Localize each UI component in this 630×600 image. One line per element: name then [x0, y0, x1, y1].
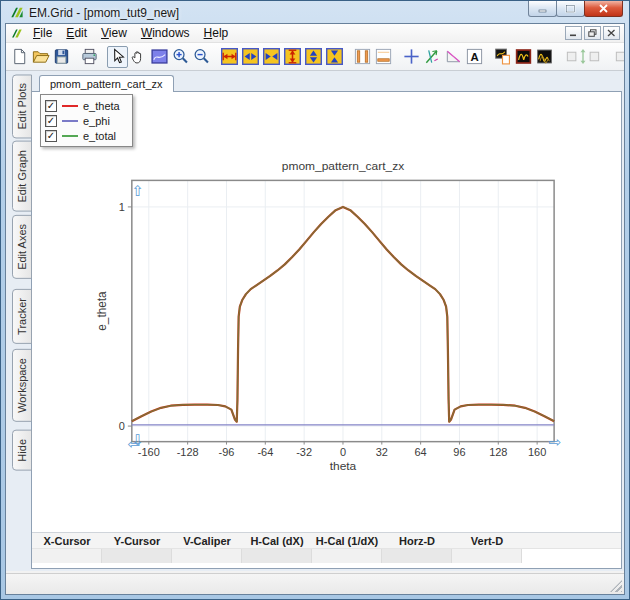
- toolbar-pan-tool[interactable]: [128, 46, 149, 68]
- y-tick-label: 0: [119, 420, 125, 432]
- chart-canvas: ✓e_theta✓e_phi✓e_total pmom_pattern_cart…: [32, 92, 621, 532]
- cursor-table: X-CursorY-CursorV-CaliperH-Cal (dX)H-Cal…: [32, 532, 621, 568]
- legend-item-e-theta: ✓e_theta: [45, 98, 120, 113]
- table-cell-x-cursor: [32, 549, 102, 563]
- toolbar-align-vertical-button: [562, 46, 604, 68]
- legend-line-swatch: [62, 105, 78, 107]
- legend-line-swatch: [62, 135, 78, 137]
- document-wrap: pmom_pattern_cart_zx ✓e_theta✓e_phi✓e_to…: [31, 73, 622, 569]
- table-cell-h-cal-1-dx-: [312, 549, 382, 563]
- minimize-button[interactable]: [528, 1, 557, 17]
- svg-text:A: A: [470, 51, 478, 63]
- sidebar-tab-hide[interactable]: Hide: [12, 430, 32, 471]
- y-tick-label: 1: [119, 201, 125, 213]
- toolbar-axes-tool[interactable]: [422, 46, 443, 68]
- toolbar-expand-y-button[interactable]: [303, 46, 324, 68]
- status-text: [6, 578, 12, 590]
- maximize-button[interactable]: [556, 1, 585, 17]
- toolbar-new-file-button[interactable]: [9, 46, 30, 68]
- chart-title: pmom_pattern_cart_zx: [282, 159, 404, 173]
- toolbar-overlay-plots-button[interactable]: [534, 46, 555, 68]
- toolbar-copy-plot-button[interactable]: [492, 46, 513, 68]
- menu-help[interactable]: Help: [198, 25, 235, 41]
- toolbar-open-file-button[interactable]: [30, 46, 51, 68]
- toolbar-zoom-window-button[interactable]: [149, 46, 170, 68]
- toolbar-zoom-in-button[interactable]: [170, 46, 191, 68]
- document-panel: ✓e_theta✓e_phi✓e_total pmom_pattern_cart…: [31, 91, 622, 569]
- status-bar: [6, 573, 624, 594]
- toolbar-full-scale-x-button[interactable]: [219, 46, 240, 68]
- table-cell-vert-d: [452, 549, 522, 563]
- legend-label: e_total: [83, 130, 116, 142]
- mdi-restore-button[interactable]: [584, 26, 601, 40]
- menu-view[interactable]: View: [95, 25, 133, 41]
- axis-handle-up-icon[interactable]: ⇧: [132, 182, 145, 200]
- chart: pmom_pattern_cart_zxthetae_theta-160-128…: [32, 92, 621, 532]
- menu-file[interactable]: File: [27, 25, 58, 41]
- legend-item-e-phi: ✓e_phi: [45, 113, 120, 128]
- cursor-table-header: X-CursorY-CursorV-CaliperH-Cal (dX)H-Cal…: [32, 533, 621, 549]
- menu-bar: FileEditViewWindowsHelp: [6, 24, 624, 43]
- y-axis-label: e_theta: [95, 291, 109, 331]
- toolbar-slope-tool[interactable]: [443, 46, 464, 68]
- sidebar-tab-edit-plots[interactable]: Edit Plots: [12, 74, 32, 138]
- chart-legend: ✓e_theta✓e_phi✓e_total: [40, 94, 133, 147]
- legend-label: e_phi: [83, 115, 110, 127]
- main-area: Edit PlotsEdit GraphEdit AxesTrackerWork…: [6, 71, 624, 571]
- toolbar-tracker-cross-button[interactable]: [401, 46, 422, 68]
- x-tick-label: 96: [453, 446, 465, 458]
- mdi-minimize-button[interactable]: [565, 26, 582, 40]
- toolbar-shrink-x-button[interactable]: [261, 46, 282, 68]
- menu-edit[interactable]: Edit: [60, 25, 93, 41]
- legend-item-e-total: ✓e_total: [45, 128, 120, 143]
- tab-pmom-pattern-cart-zx[interactable]: pmom_pattern_cart_zx: [39, 75, 174, 92]
- toolbar-shrink-y-button[interactable]: [324, 46, 345, 68]
- mdi-window-buttons: [565, 26, 620, 40]
- toolbar-select-tool[interactable]: [107, 46, 128, 68]
- sidebar-tab-edit-axes[interactable]: Edit Axes: [12, 215, 32, 279]
- toolbar-expand-x-button[interactable]: [240, 46, 261, 68]
- toolbar-print-button[interactable]: [79, 46, 100, 68]
- table-cell-horz-d: [382, 549, 452, 563]
- table-header-h-cal-1-dx-: H-Cal (1/dX): [312, 535, 382, 547]
- legend-checkbox-e-phi[interactable]: ✓: [45, 115, 57, 127]
- toolbar-horizontal-caliper-button[interactable]: [373, 46, 394, 68]
- sidebar-tab-tracker[interactable]: Tracker: [12, 289, 32, 344]
- x-axis-label: theta: [330, 459, 357, 473]
- legend-checkbox-e-theta[interactable]: ✓: [45, 100, 57, 112]
- window-title: EM.Grid - [pmom_tut9_new]: [29, 6, 179, 20]
- toolbar-text-tool[interactable]: A: [464, 46, 485, 68]
- menu-items: FileEditViewWindowsHelp: [27, 25, 234, 41]
- resize-grip[interactable]: [610, 580, 622, 592]
- x-tick-label: 0: [340, 446, 346, 458]
- toolbar-save-file-button[interactable]: [51, 46, 72, 68]
- axis-handle-right-icon[interactable]: ⇨: [549, 433, 562, 451]
- table-header-h-cal-dx-: H-Cal (dX): [242, 535, 312, 547]
- table-header-vert-d: Vert-D: [452, 535, 522, 547]
- app-window: EM.Grid - [pmom_tut9_new] FileEditViewWi…: [0, 0, 630, 600]
- toolbar-full-scale-y-button[interactable]: [282, 46, 303, 68]
- sidebar-tab-strip: Edit PlotsEdit GraphEdit AxesTrackerWork…: [6, 71, 31, 571]
- sidebar-tab-workspace[interactable]: Workspace: [12, 349, 32, 422]
- client-area: FileEditViewWindowsHelp ALayout Edit Plo…: [5, 23, 625, 595]
- document-icon: [10, 27, 23, 40]
- legend-checkbox-e-total[interactable]: ✓: [45, 130, 57, 142]
- close-button[interactable]: [584, 1, 623, 17]
- table-cell-h-cal-dx-: [242, 549, 312, 563]
- sidebar-tab-edit-graph[interactable]: Edit Graph: [12, 141, 32, 212]
- toolbar-align-horizontal-button: [611, 46, 624, 68]
- toolbar-vertical-caliper-button[interactable]: [352, 46, 373, 68]
- x-tick-label: 128: [489, 446, 507, 458]
- x-tick-label: -64: [257, 446, 273, 458]
- x-tick-label: 160: [528, 446, 546, 458]
- toolbar-zoom-out-button[interactable]: [191, 46, 212, 68]
- mdi-close-button[interactable]: [603, 26, 620, 40]
- x-tick-label: 32: [376, 446, 388, 458]
- menu-windows[interactable]: Windows: [135, 25, 196, 41]
- table-cell-y-cursor: [102, 549, 172, 563]
- axis-handle-left-icon[interactable]: ⇦: [128, 436, 141, 454]
- x-tick-label: -96: [219, 446, 235, 458]
- toolbar-plot-properties-button[interactable]: [513, 46, 534, 68]
- x-tick-label: -32: [296, 446, 312, 458]
- x-tick-label: -128: [177, 446, 199, 458]
